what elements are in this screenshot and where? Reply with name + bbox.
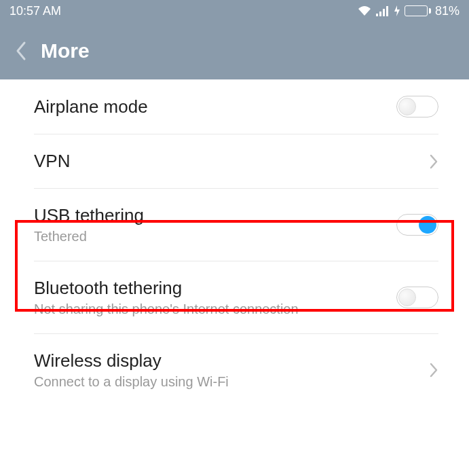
toggle-airplane-mode[interactable]	[396, 96, 438, 117]
wifi-icon	[357, 5, 372, 16]
row-subtitle: Not sharing this phone's Internet connec…	[34, 301, 299, 317]
row-airplane-mode[interactable]: Airplane mode	[34, 79, 438, 134]
toggle-usb-tethering[interactable]	[396, 214, 438, 236]
row-usb-tethering[interactable]: USB tethering Tethered	[34, 189, 438, 261]
battery-percent: 81%	[435, 4, 459, 18]
back-icon[interactable]	[15, 41, 27, 61]
status-right: 81%	[357, 4, 459, 18]
status-time: 10:57 AM	[10, 4, 61, 18]
svg-rect-2	[383, 9, 385, 16]
row-bluetooth-tethering[interactable]: Bluetooth tethering Not sharing this pho…	[34, 261, 438, 334]
row-title: VPN	[34, 151, 70, 172]
row-title: USB tethering	[34, 205, 144, 226]
header: More	[0, 22, 469, 79]
page-title: More	[41, 39, 90, 62]
toggle-bluetooth-tethering[interactable]	[396, 287, 438, 308]
row-title: Wireless display	[34, 350, 229, 371]
row-subtitle: Tethered	[34, 229, 144, 244]
row-title: Airplane mode	[34, 96, 148, 117]
row-subtitle: Connect to a display using Wi-Fi	[34, 374, 229, 390]
status-bar: 10:57 AM 81%	[0, 0, 469, 22]
chevron-right-icon	[429, 362, 438, 378]
row-title: Bluetooth tethering	[34, 278, 299, 299]
svg-rect-1	[379, 12, 381, 16]
charging-icon	[394, 5, 400, 16]
row-vpn[interactable]: VPN	[34, 134, 438, 189]
battery-icon	[405, 5, 431, 16]
svg-rect-3	[386, 6, 388, 16]
signal-icon	[376, 5, 390, 16]
svg-rect-0	[376, 14, 378, 16]
chevron-right-icon	[429, 153, 438, 170]
row-wireless-display[interactable]: Wireless display Connect to a display us…	[34, 334, 438, 406]
settings-list: Airplane mode VPN USB tethering Tethered…	[0, 79, 469, 406]
